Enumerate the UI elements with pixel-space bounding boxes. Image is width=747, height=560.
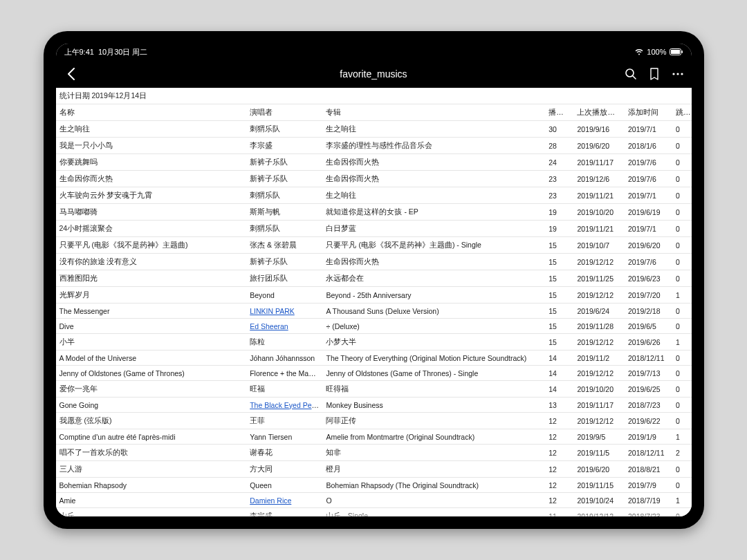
table-row[interactable]: The MessengerLINKIN PARKA Thousand Suns … — [56, 304, 692, 319]
table-row[interactable]: 马马嘟嘟骑斯斯与帆就知道你是这样的女孩 - EP192019/10/202019… — [56, 204, 692, 221]
cell-skips: 0 — [672, 237, 692, 254]
table-row[interactable]: 山丘李宗盛山丘 - Single112019/12/122018/7/230 — [56, 508, 692, 517]
cell-name: 西雅图阳光 — [56, 270, 247, 287]
table-row[interactable]: 小半陈粒小梦大半152019/12/122019/6/261 — [56, 334, 692, 351]
cell-album: ÷ (Deluxe) — [322, 319, 545, 334]
cell-name: Gone Going — [56, 398, 247, 413]
cell-album: O — [322, 493, 545, 508]
table-row[interactable]: 24小时摇滚聚会刺猬乐队白日梦蓝192019/11/212019/7/10 — [56, 221, 692, 237]
table-row[interactable]: 我愿意 (弦乐版)王菲阿菲正传122019/12/122019/6/220 — [56, 413, 692, 429]
table-row[interactable]: Bohemian RhapsodyQueenBohemian Rhapsody … — [56, 478, 692, 493]
table-row[interactable]: A Model of the UniverseJóhann Jóhannsson… — [56, 351, 692, 366]
table-row[interactable]: 爱你一兆年旺福旺得福142019/10/202019/6/250 — [56, 381, 692, 398]
cell-name: 马马嘟嘟骑 — [56, 204, 247, 221]
cell-skips: 1 — [672, 429, 692, 445]
cell-name: A Model of the Universe — [56, 351, 247, 366]
cell-last-played: 2019/12/12 — [573, 508, 625, 517]
cell-artist: 旺福 — [246, 381, 322, 398]
cell-artist: 新裤子乐队 — [246, 254, 322, 270]
cell-album: 橙月 — [322, 461, 545, 478]
cell-skips: 0 — [672, 154, 692, 171]
stat-cell: 统计日期 2019年12月14日 — [56, 88, 692, 104]
screen: 上午9:41 10月30日 周二 100% favorite_musics — [56, 44, 692, 516]
cell-album: 就知道你是这样的女孩 - EP — [322, 204, 545, 221]
table-row[interactable]: 我是一只小小鸟李宗盛李宗盛的理性与感性作品音乐会282019/6/202018/… — [56, 138, 692, 154]
cell-artist-link[interactable]: Damien Rice — [250, 496, 291, 505]
table-row[interactable]: 生之响往刺猬乐队生之响往302019/9/162019/7/10 — [56, 121, 692, 138]
cell-name: 你要跳舞吗 — [56, 154, 247, 171]
svg-line-4 — [633, 76, 636, 79]
cell-artist-link[interactable]: The Black Eyed Peas — [250, 401, 319, 409]
cell-added: 2019/7/9 — [625, 478, 672, 493]
cell-skips: 0 — [672, 461, 692, 478]
cell-album: 生命因你而火热 — [322, 254, 545, 270]
cell-plays: 13 — [545, 398, 573, 413]
cell-name: The Messenger — [56, 304, 247, 319]
table-row[interactable]: Comptine d'un autre été l'après-midiYann… — [56, 429, 692, 445]
cell-skips: 0 — [672, 221, 692, 237]
cell-album: 旺得福 — [322, 381, 545, 398]
table-row[interactable]: 火车驶向云外 梦安魂于九霄刺猬乐队生之响往232019/11/212019/7/… — [56, 187, 692, 204]
cell-added: 2019/6/23 — [625, 270, 672, 287]
cell-last-played: 2019/9/5 — [573, 429, 625, 445]
cell-skips: 0 — [672, 319, 692, 334]
cell-last-played: 2019/11/21 — [573, 221, 625, 237]
cell-artist: Yann Tiersen — [246, 429, 322, 445]
cell-plays: 12 — [545, 413, 573, 429]
cell-added: 2019/7/13 — [625, 366, 672, 381]
cell-plays: 15 — [545, 304, 573, 319]
table-row[interactable]: 唱不了一首欢乐的歌谢春花知非122019/11/52018/12/112 — [56, 445, 692, 461]
cell-name: 只要平凡 (电影《我不是药神》主题曲) — [56, 237, 247, 254]
cell-artist: Damien Rice — [246, 493, 322, 508]
cell-artist: Ed Sheeran — [246, 319, 322, 334]
table-row[interactable]: 你要跳舞吗新裤子乐队生命因你而火热242019/11/172019/7/60 — [56, 154, 692, 171]
cell-added: 2019/6/25 — [625, 381, 672, 398]
table-row[interactable]: 没有你的旅途 没有意义新裤子乐队生命因你而火热152019/12/122019/… — [56, 254, 692, 270]
cell-skips: 0 — [672, 204, 692, 221]
cell-added: 2019/6/20 — [625, 237, 672, 254]
cell-artist: 新裤子乐队 — [246, 171, 322, 187]
table-row[interactable]: 西雅图阳光旅行团乐队永远都会在152019/11/252019/6/230 — [56, 270, 692, 287]
cell-plays: 24 — [545, 154, 573, 171]
cell-album: 阿菲正传 — [322, 413, 545, 429]
cell-artist: Queen — [246, 478, 322, 493]
table-row[interactable]: DiveEd Sheeran÷ (Deluxe)152019/11/282019… — [56, 319, 692, 334]
cell-skips: 0 — [672, 121, 692, 138]
table-row[interactable]: 光辉岁月BeyondBeyond - 25th Anniversary15201… — [56, 287, 692, 304]
bookmark-icon[interactable] — [647, 67, 661, 81]
cell-name: Dive — [56, 319, 247, 334]
cell-album: 李宗盛的理性与感性作品音乐会 — [322, 138, 545, 154]
table-row[interactable]: 生命因你而火热新裤子乐队生命因你而火热232019/12/62019/7/60 — [56, 171, 692, 187]
cell-last-played: 2019/12/12 — [573, 287, 625, 304]
cell-last-played: 2019/11/17 — [573, 398, 625, 413]
table-row[interactable]: 三人游方大同橙月122019/6/202018/8/210 — [56, 461, 692, 478]
cell-album: 山丘 - Single — [322, 508, 545, 517]
cell-last-played: 2019/6/20 — [573, 138, 625, 154]
table-row[interactable]: AmieDamien RiceO122019/10/242018/7/191 — [56, 493, 692, 508]
cell-name: 生之响往 — [56, 121, 247, 138]
cell-added: 2019/7/6 — [625, 171, 672, 187]
cell-last-played: 2019/12/6 — [573, 171, 625, 187]
cell-added: 2019/2/18 — [625, 304, 672, 319]
cell-name: 唱不了一首欢乐的歌 — [56, 445, 247, 461]
cell-plays: 11 — [545, 508, 573, 517]
table-row[interactable]: Gone GoingThe Black Eyed PeasMonkey Busi… — [56, 398, 692, 413]
cell-artist-link[interactable]: Ed Sheeran — [250, 322, 288, 330]
cell-album: 小梦大半 — [322, 334, 545, 351]
svg-point-6 — [676, 73, 679, 75]
cell-added: 2019/7/6 — [625, 254, 672, 270]
header-row: 名称演唱者专辑播放次数上次播放时间添加时间跳过次数 — [56, 104, 692, 121]
table-row[interactable]: Jenny of Oldstones (Game of Thrones)Flor… — [56, 366, 692, 381]
content-area[interactable]: 统计日期 2019年12月14日名称演唱者专辑播放次数上次播放时间添加时间跳过次… — [56, 88, 692, 516]
search-icon[interactable] — [624, 67, 638, 81]
cell-album: 知非 — [322, 445, 545, 461]
cell-artist: Beyond — [246, 287, 322, 304]
cell-artist: 李宗盛 — [246, 138, 322, 154]
cell-artist-link[interactable]: LINKIN PARK — [250, 307, 295, 315]
cell-plays: 15 — [545, 254, 573, 270]
stat-row: 统计日期 2019年12月14日 — [56, 88, 692, 104]
table-row[interactable]: 只要平凡 (电影《我不是药神》主题曲)张杰 & 张碧晨只要平凡 (电影《我不是药… — [56, 237, 692, 254]
header-artist: 演唱者 — [246, 104, 322, 121]
back-button[interactable] — [63, 66, 80, 82]
more-icon[interactable] — [671, 67, 685, 81]
